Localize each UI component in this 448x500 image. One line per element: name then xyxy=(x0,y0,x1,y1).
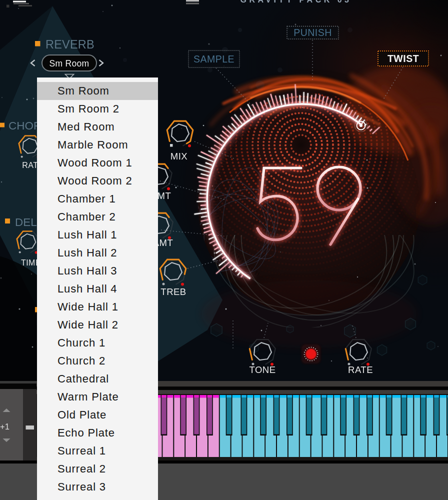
svg-text:SAMPLE: SAMPLE xyxy=(194,54,234,64)
svg-text:PUNISH: PUNISH xyxy=(294,27,332,38)
svg-text:TREB: TREB xyxy=(160,286,186,297)
svg-text:RATE: RATE xyxy=(348,364,373,375)
svg-text:GRAVITY PACK 03: GRAVITY PACK 03 xyxy=(240,0,352,4)
svg-text:TONE: TONE xyxy=(249,364,276,375)
svg-text:MIX: MIX xyxy=(170,151,188,162)
svg-text:Sm Room: Sm Room xyxy=(50,58,90,68)
svg-text:REVERB: REVERB xyxy=(46,38,94,51)
svg-text:+1: +1 xyxy=(0,422,10,431)
svg-text:TWIST: TWIST xyxy=(388,53,419,64)
